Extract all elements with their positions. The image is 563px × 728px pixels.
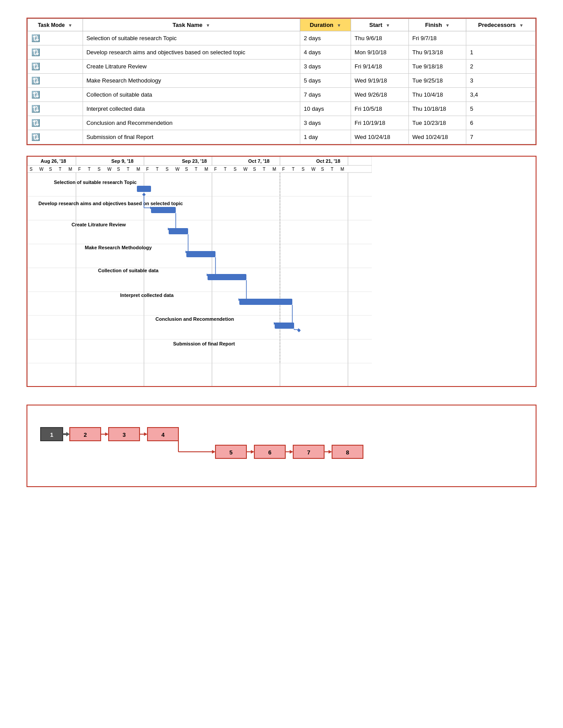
gantt-chart-inner: Aug 26, '18 Sep 9, '18 Sep 23, '18 Oct 7… xyxy=(27,157,536,386)
svg-text:F: F xyxy=(146,167,149,172)
task-mode-icon: 🔃 xyxy=(31,62,40,71)
task-mode-cell: 🔃 xyxy=(28,102,83,116)
svg-text:T: T xyxy=(127,167,129,172)
svg-text:Selection of suitable research: Selection of suitable research Topic xyxy=(54,180,136,185)
gantt-table: Task Mode ▼ Task Name ▼ Duration ▼ Start… xyxy=(27,19,536,144)
svg-marker-123 xyxy=(329,450,332,454)
task-mode-icon: 🔃 xyxy=(31,133,40,141)
svg-text:F: F xyxy=(282,167,285,172)
svg-text:S: S xyxy=(30,167,33,172)
task-start-cell: Fri 10/19/18 xyxy=(351,116,409,130)
svg-text:S: S xyxy=(302,167,305,172)
task-predecessors-cell: 3 xyxy=(466,74,536,88)
svg-rect-61 xyxy=(151,207,176,213)
gantt-chart-section: Aug 26, '18 Sep 9, '18 Sep 23, '18 Oct 7… xyxy=(26,156,537,387)
svg-text:S: S xyxy=(185,167,188,172)
svg-text:Oct 7, '18: Oct 7, '18 xyxy=(248,158,269,164)
task-start-cell: Wed 10/24/18 xyxy=(351,130,409,144)
task-duration-cell: 3 days xyxy=(300,116,351,130)
col-header-predecessors: Predecessors ▼ xyxy=(466,19,536,31)
svg-text:1: 1 xyxy=(50,432,53,438)
svg-text:Collection of suitable data: Collection of suitable data xyxy=(98,268,159,273)
svg-text:7: 7 xyxy=(307,449,310,456)
table-row: 🔃Create Litrature Review3 daysFri 9/14/1… xyxy=(28,60,536,74)
svg-rect-71 xyxy=(186,251,215,257)
task-mode-cell: 🔃 xyxy=(28,116,83,130)
task-start-cell: Thu 9/6/18 xyxy=(351,31,409,45)
task-name-cell: Collection of suitable data xyxy=(83,88,300,102)
svg-text:M: M xyxy=(340,167,344,172)
svg-text:Create Litrature Review: Create Litrature Review xyxy=(72,222,126,227)
task-mode-icon: 🔃 xyxy=(31,76,40,85)
svg-text:Sep 9, '18: Sep 9, '18 xyxy=(111,158,133,164)
task-finish-cell: Thu 10/18/18 xyxy=(408,102,466,116)
task-mode-icon: 🔃 xyxy=(31,90,40,99)
task-finish-cell: Wed 10/24/18 xyxy=(408,130,466,144)
task-mode-cell: 🔃 xyxy=(28,31,83,45)
task-mode-icon: 🔃 xyxy=(31,105,40,113)
task-predecessors-cell: 7 xyxy=(466,130,536,144)
task-duration-cell: 4 days xyxy=(300,45,351,60)
task-mode-cell: 🔃 xyxy=(28,130,83,144)
svg-text:W: W xyxy=(39,167,44,172)
task-predecessors-cell: 5 xyxy=(466,102,536,116)
svg-marker-115 xyxy=(251,450,254,454)
svg-text:6: 6 xyxy=(268,449,271,456)
table-row: 🔃Collection of suitable data7 daysWed 9/… xyxy=(28,88,536,102)
task-finish-cell: Tue 10/23/18 xyxy=(408,116,466,130)
svg-rect-58 xyxy=(137,186,151,192)
col-header-taskname: Task Name ▼ xyxy=(83,19,300,31)
task-predecessors-cell xyxy=(466,31,536,45)
svg-rect-81 xyxy=(239,299,292,305)
table-row: 🔃Make Research Methodology5 daysWed 9/19… xyxy=(28,74,536,88)
svg-text:5: 5 xyxy=(229,449,232,456)
task-name-cell: Interpret collected data xyxy=(83,102,300,116)
task-mode-icon: 🔃 xyxy=(31,34,40,42)
svg-text:S: S xyxy=(321,167,324,172)
svg-text:F: F xyxy=(78,167,81,172)
task-finish-cell: Fri 9/7/18 xyxy=(408,31,466,45)
task-duration-cell: 7 days xyxy=(300,88,351,102)
svg-text:M: M xyxy=(68,167,72,172)
svg-text:W: W xyxy=(107,167,112,172)
svg-text:F: F xyxy=(214,167,217,172)
task-duration-cell: 5 days xyxy=(300,74,351,88)
task-mode-cell: 🔃 xyxy=(28,74,83,88)
task-mode-cell: 🔃 xyxy=(28,88,83,102)
svg-text:M: M xyxy=(272,167,276,172)
table-row: 🔃Develop research aims and objectives ba… xyxy=(28,45,536,60)
svg-text:Interpret collected data: Interpret collected data xyxy=(120,293,174,298)
svg-text:Aug 26, '18: Aug 26, '18 xyxy=(41,158,66,164)
task-duration-cell: 1 day xyxy=(300,130,351,144)
task-start-cell: Mon 9/10/18 xyxy=(351,45,409,60)
flow-diagram-section: 1 2 3 4 5 xyxy=(26,405,537,487)
task-name-cell: Make Research Methodology xyxy=(83,74,300,88)
svg-text:S: S xyxy=(234,167,237,172)
task-name-cell: Conclusion and Recommendetion xyxy=(83,116,300,130)
task-name-cell: Create Litrature Review xyxy=(83,60,300,74)
svg-text:3: 3 xyxy=(122,432,125,438)
gantt-table-section: Task Mode ▼ Task Name ▼ Duration ▼ Start… xyxy=(26,18,537,145)
col-header-start: Start ▼ xyxy=(351,19,409,31)
svg-text:T: T xyxy=(59,167,61,172)
gantt-svg: Aug 26, '18 Sep 9, '18 Sep 23, '18 Oct 7… xyxy=(27,157,372,386)
svg-text:W: W xyxy=(311,167,316,172)
svg-text:2: 2 xyxy=(83,432,87,438)
task-duration-cell: 3 days xyxy=(300,60,351,74)
task-predecessors-cell: 3,4 xyxy=(466,88,536,102)
task-start-cell: Fri 10/5/18 xyxy=(351,102,409,116)
svg-marker-106 xyxy=(144,432,147,436)
svg-text:T: T xyxy=(195,167,197,172)
svg-marker-102 xyxy=(105,432,109,436)
svg-marker-111 xyxy=(212,450,215,454)
svg-rect-0 xyxy=(27,157,372,386)
svg-text:W: W xyxy=(175,167,180,172)
svg-marker-98 xyxy=(66,432,70,436)
svg-text:Conclusion and Recommendetion: Conclusion and Recommendetion xyxy=(155,316,234,322)
task-name-cell: Submission of final Report xyxy=(83,130,300,144)
svg-text:S: S xyxy=(166,167,169,172)
task-predecessors-cell: 1 xyxy=(466,45,536,60)
task-mode-cell: 🔃 xyxy=(28,60,83,74)
svg-text:8: 8 xyxy=(346,449,349,456)
svg-text:M: M xyxy=(204,167,208,172)
